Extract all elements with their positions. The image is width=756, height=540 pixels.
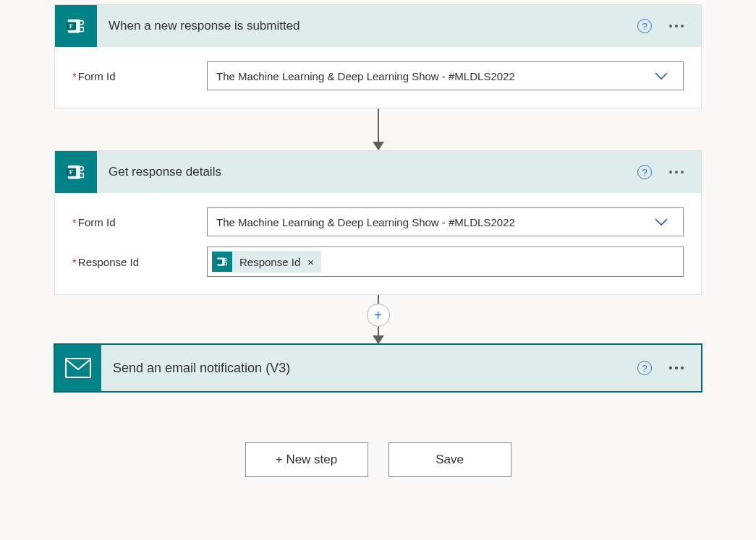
svg-text:F: F [69,22,73,30]
form-id-label: *Form Id [72,70,207,82]
dropdown-value: The Machine Learning & Deep Learning Sho… [216,70,515,82]
svg-text:F: F [69,168,73,176]
form-id-dropdown[interactable]: The Machine Learning & Deep Learning Sho… [207,207,684,236]
step-send-email-card: Send an email notification (V3) ? [54,344,702,392]
step-header[interactable]: Send an email notification (V3) ? [55,345,701,391]
step-header[interactable]: F When a new response is submitted ? [55,5,701,47]
form-id-label: *Form Id [72,216,207,228]
token-label: Response Id [239,256,300,268]
svg-point-13 [669,171,672,173]
chevron-down-icon [653,213,670,231]
token-remove-icon[interactable]: × [307,256,314,268]
response-id-label: *Response Id [72,256,207,268]
step-title: When a new response is submitted [97,19,637,33]
svg-point-14 [675,171,678,173]
form-id-dropdown[interactable]: The Machine Learning & Deep Learning Sho… [207,61,684,90]
svg-point-21 [669,367,672,369]
chevron-down-icon [653,67,670,85]
connector-arrow [373,108,384,150]
svg-rect-17 [216,260,222,265]
add-step-button[interactable]: + [367,304,390,327]
help-icon[interactable]: ? [637,165,652,179]
svg-rect-20 [66,359,90,377]
dropdown-value: The Machine Learning & Deep Learning Sho… [216,216,515,228]
step-title: Get response details [97,165,637,179]
step-title: Send an email notification (V3) [101,361,637,376]
forms-icon: F [55,151,97,193]
step-trigger-card: F When a new response is submitted ? *Fo… [54,4,702,108]
connector-arrow: + [367,295,390,344]
svg-point-23 [681,367,684,369]
new-step-button[interactable]: + New step [245,442,368,477]
more-icon[interactable] [668,24,685,28]
svg-point-7 [681,25,684,27]
forms-icon: F [55,5,97,47]
dynamic-content-token[interactable]: Response Id × [212,251,321,273]
svg-point-5 [669,25,672,27]
forms-icon [212,252,232,272]
help-icon[interactable]: ? [637,19,652,33]
save-button[interactable]: Save [388,442,511,477]
mail-icon [55,345,101,391]
step-header[interactable]: F Get response details ? [55,151,701,193]
help-icon[interactable]: ? [637,361,652,375]
response-id-input[interactable]: Response Id × [207,247,684,277]
step-get-response-details-card: F Get response details ? *Form Id The Ma… [54,150,702,295]
more-icon[interactable] [668,170,685,174]
svg-point-6 [675,25,678,27]
svg-point-22 [675,367,678,369]
svg-point-15 [681,171,684,173]
more-icon[interactable] [668,366,685,370]
